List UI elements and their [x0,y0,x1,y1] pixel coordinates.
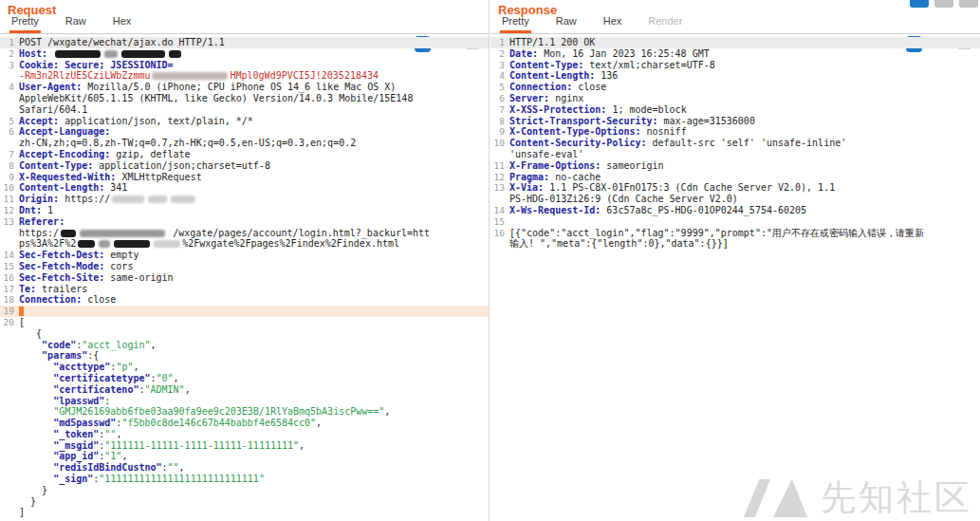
tab-pretty-response[interactable]: Pretty [500,15,531,33]
code-segment: HTTP/1.1 200 OK [509,37,595,47]
layout-option-3-icon[interactable] [959,0,978,8]
line-number: 6 [490,93,505,104]
tab-raw-request[interactable]: Raw [64,15,88,33]
tab-pretty-request[interactable]: Pretty [9,15,41,33]
code-segment: "certificatetype" [53,373,150,383]
line-number: 14 [0,250,14,261]
redaction-bar [80,230,165,237]
line-number: 4 [490,70,505,82]
code-segment: "1" [104,451,121,461]
code-segment: "ADMIN" [144,384,184,395]
code-segment: "certificateno" [53,384,139,395]
tab-hex-request[interactable]: Hex [111,15,134,33]
layout-option-selected-icon[interactable] [910,0,929,8]
code-segment: "acct_login" [82,340,150,350]
code-segment: Content-Length: [19,182,104,193]
code-segment: , [316,418,322,428]
code-segment: Te: [19,284,36,294]
code-line: 4User-Agent: Mozilla/5.0 (iPhone; CPU iP… [0,82,489,93]
code-segment: X-Requested-With: [19,172,116,182]
line-number: 8 [0,160,14,172]
code-segment: [ [19,317,25,327]
code-line: 13Referer: [0,216,489,228]
line-number: 12 [490,172,505,183]
code-segment: trailers [36,284,87,294]
code-segment: Accept-Encoding: [19,149,110,159]
code-line: PS-HDG-013Zi26:9 (Cdn Cache Server V2.0) [490,194,980,205]
code-segment: nosniff [640,126,686,137]
code-segment: X-Ws-Request-Id: [509,205,601,215]
line-number: 13 [0,216,14,228]
code-line: "_token":"", [0,429,489,440]
code-segment: Content-Length: [509,70,595,81]
code-line: "app_id":"1", [0,451,489,462]
code-segment: , [121,451,127,461]
code-segment: X-Content-Type-Options: [509,126,640,137]
code-line: "code":"acct_login", [0,340,489,351]
code-line: "_sign":"111111111111111111111111111" [0,474,489,485]
tab-hex-response[interactable]: Hex [601,15,624,33]
code-segment: "" [104,429,116,439]
code-segment: https:// [59,194,110,204]
line-number: 7 [0,149,14,160]
code-line: 1POST /wxgate/wechat/ajax.do HTTP/1.1 [0,37,489,48]
code-segment: Mozilla/5.0 (iPhone; CPU iPhone OS 14_6 … [82,82,396,92]
code-line: 11X-Frame-Options: sameorigin [490,160,980,172]
code-line: 5Connection: close [490,82,980,93]
line-number: 13 [490,182,505,194]
code-segment: "_sign" [53,474,93,484]
code-segment: XMLHttpRequest [116,172,201,182]
code-segment: gzip, deflate [110,149,190,159]
tab-raw-response[interactable]: Raw [554,15,579,33]
layout-option-2-icon[interactable] [934,0,953,8]
line-number: 3 [490,60,505,71]
tab-render-response[interactable]: Render [646,15,684,33]
line-number: 19 [0,306,14,317]
code-segment [19,429,53,439]
code-line: 12Pragma: no-cache [490,172,980,183]
redaction-bar [112,195,144,203]
code-segment: 136 [595,70,618,81]
code-segment: default-src 'self' 'unsafe-inline' [647,138,847,148]
request-editor[interactable]: 1POST /wxgate/wechat/ajax.do HTTP/1.12Ho… [0,35,489,521]
code-segment: Accept-Language: [19,126,110,137]
code-segment: application/json, text/plain, */* [59,116,253,126]
code-segment: Connection: [509,82,572,92]
response-editor[interactable]: 1HTTP/1.1 200 OK2Date: Mon, 16 Jan 2023 … [490,35,980,521]
code-segment: text/xml;charset=UTF-8 [583,60,714,70]
line-number: 11 [0,194,14,205]
text-caret [19,307,24,316]
code-segment: nginx [549,93,583,103]
code-segment: Date: [509,48,538,59]
code-line: 8Content-Type: application/json;charset=… [0,160,489,172]
code-segment: Origin: [19,194,59,204]
code-line: 10Content-Security-Policy: default-src '… [490,138,980,149]
code-segment: HMpl0gWd9PVCI5J!2035218434 [230,70,379,81]
line-number: 14 [490,205,505,216]
line-number: 16 [490,228,505,239]
redaction-bar [171,195,195,203]
code-segment: Connection: [19,294,82,305]
request-tabbar: PrettyRawHex \n [0,18,489,34]
code-segment: } [19,485,47,495]
code-segment: , [299,440,305,451]
code-line: 4Content-Length: 136 [490,70,980,82]
redaction-bar [55,50,101,58]
code-line: 1HTTP/1.1 200 OK [490,37,980,48]
code-segment: https:/ [19,228,59,238]
line-number: 2 [490,48,505,60]
code-segment: Host: [19,48,47,59]
code-segment: , [179,462,185,473]
code-segment: "md5passwd" [53,418,116,428]
line-number: 16 [0,272,14,284]
code-line: 20[ [0,317,489,328]
code-segment: "0" [157,373,174,383]
code-line: 16[{"code":"acct_login","flag":"9999","p… [490,228,980,239]
code-segment: close [82,294,116,305]
code-segment: Dnt: [19,205,42,215]
code-line: 6Server: nginx [490,93,980,104]
redaction-bar [78,240,95,248]
code-line: zh-CN,zh;q=0.8,zh-TW;q=0.7,zh-HK;q=0.5,e… [0,138,489,149]
line-number: 6 [0,126,14,138]
code-segment [19,462,53,473]
